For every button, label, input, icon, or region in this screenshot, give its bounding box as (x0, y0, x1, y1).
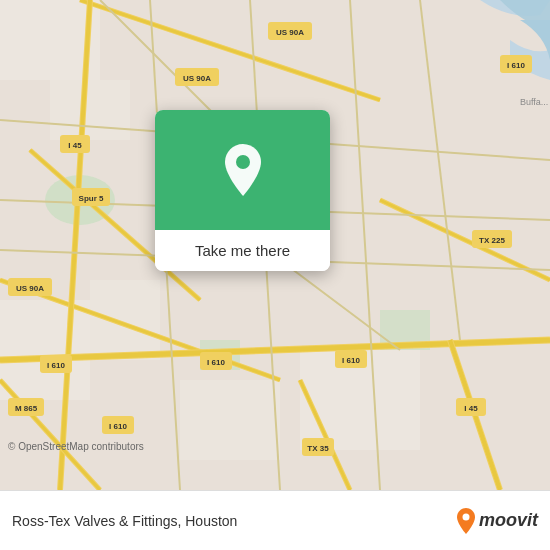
moovit-logo: moovit (455, 507, 538, 535)
svg-text:I 45: I 45 (464, 404, 478, 413)
svg-text:US 90A: US 90A (276, 28, 304, 37)
svg-point-66 (236, 155, 250, 169)
svg-rect-3 (0, 300, 90, 400)
svg-text:Spur 5: Spur 5 (79, 194, 104, 203)
svg-rect-6 (180, 380, 280, 460)
bottom-bar: Ross-Tex Valves & Fittings, Houston moov… (0, 490, 550, 550)
svg-text:TX 225: TX 225 (479, 236, 505, 245)
svg-text:US 90A: US 90A (16, 284, 44, 293)
popup-header (155, 110, 330, 230)
place-info: Ross-Tex Valves & Fittings, Houston moov… (12, 507, 538, 535)
moovit-text: moovit (479, 510, 538, 531)
location-pin-icon (219, 142, 267, 198)
svg-text:I 610: I 610 (507, 61, 525, 70)
moovit-pin-icon (455, 507, 477, 535)
svg-rect-2 (50, 80, 130, 140)
map-container: US 90A US 90A I 45 Spur 5 US 90A I 610 I… (0, 0, 550, 490)
popup-card: Take me there (155, 110, 330, 271)
svg-point-67 (462, 513, 469, 520)
svg-text:M 865: M 865 (15, 404, 38, 413)
take-me-there-button[interactable]: Take me there (155, 230, 330, 271)
svg-text:US 90A: US 90A (183, 74, 211, 83)
svg-text:I 610: I 610 (109, 422, 127, 431)
map-attribution: © OpenStreetMap contributors (8, 441, 144, 452)
place-name: Ross-Tex Valves & Fittings, Houston (12, 513, 455, 529)
svg-text:TX 35: TX 35 (307, 444, 329, 453)
svg-text:Buffa...: Buffa... (520, 97, 548, 107)
svg-text:I 610: I 610 (342, 356, 360, 365)
svg-rect-4 (90, 280, 160, 360)
svg-text:I 45: I 45 (68, 141, 82, 150)
svg-text:I 610: I 610 (47, 361, 65, 370)
svg-text:I 610: I 610 (207, 358, 225, 367)
